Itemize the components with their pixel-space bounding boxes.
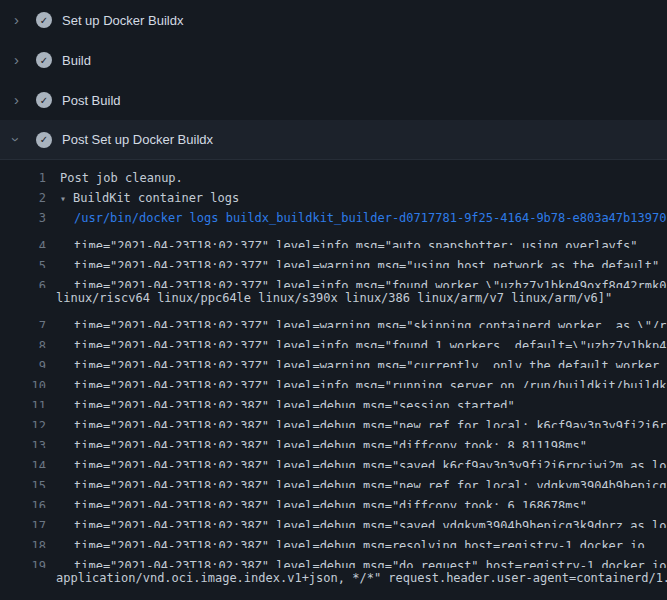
log-line: 5 ▾ time="2021-04-23T18:02:37Z" level=wa… [0, 248, 667, 268]
log-line: 13 ▾ time="2021-04-23T18:02:38Z" level=d… [0, 428, 667, 448]
check-circle-icon: ✓ [36, 92, 52, 108]
log-text: /usr/bin/docker logs buildx_buildkit_bui… [74, 208, 666, 228]
step-section-header[interactable]: › ✓ Build [0, 40, 667, 80]
line-number[interactable]: 20 [0, 596, 46, 600]
line-number[interactable]: 19 [0, 556, 46, 568]
section-label: Set up Docker Buildx [62, 13, 183, 28]
log-text: linux/riscv64 linux/ppc64le linux/s390x … [56, 288, 612, 308]
section-label: Post Build [62, 93, 121, 108]
line-number[interactable]: 3 [0, 208, 46, 228]
log-line: 17 ▾ time="2021-04-23T18:02:38Z" level=d… [0, 508, 667, 528]
line-number[interactable]: 4 [0, 236, 46, 248]
log-text: Post job cleanup. [60, 168, 183, 188]
log-line: 16 ▾ time="2021-04-23T18:02:38Z" level=d… [0, 488, 667, 508]
section-label: Build [62, 53, 91, 68]
log-text: time="2021-04-23T18:02:37Z" level=info m… [74, 276, 667, 288]
log-text: time="2021-04-23T18:02:37Z" level=warnin… [74, 316, 667, 328]
log-line: 2 ▾ BuildKit container logs [0, 188, 667, 208]
section-label: Post Set up Docker Buildx [62, 132, 213, 147]
log-line: 18 ▾ time="2021-04-23T18:02:38Z" level=d… [0, 528, 667, 548]
chevron-glyph: › [14, 92, 19, 107]
step-section-list: › ✓ Set up Docker Buildx › ✓ Build › ✓ P… [0, 0, 667, 160]
log-text: time="2021-04-23T18:02:37Z" level=warnin… [74, 356, 667, 368]
chevron-icon: › [14, 132, 36, 147]
chevron-glyph: › [14, 52, 19, 67]
log-line: 20 ▾ time="2021-04-23T18:02:38Z" level=d… [0, 588, 667, 600]
log-text: time="2021-04-23T18:02:38Z" level=debug … [74, 456, 667, 468]
step-section-header[interactable]: › ✓ Set up Docker Buildx [0, 0, 667, 40]
line-number[interactable]: 8 [0, 336, 46, 348]
line-number[interactable]: 2 [0, 188, 46, 208]
log-line: 7 ▾ time="2021-04-23T18:02:37Z" level=wa… [0, 308, 667, 328]
line-number[interactable]: 15 [0, 476, 46, 488]
log-text: time="2021-04-23T18:02:37Z" level=info m… [74, 376, 667, 388]
log-text: time="2021-04-23T18:02:38Z" level=debug … [74, 436, 587, 448]
log-text: time="2021-04-23T18:02:38Z" level=debug … [74, 536, 645, 548]
check-glyph: ✓ [40, 95, 48, 106]
check-glyph: ✓ [40, 134, 48, 145]
check-circle-icon: ✓ [36, 12, 52, 28]
log-text: time="2021-04-23T18:02:38Z" level=debug … [74, 516, 667, 528]
log-output: 1 ▾ Post job cleanup. 2 ▾ BuildKit conta… [0, 160, 667, 600]
log-line: 8 ▾ time="2021-04-23T18:02:37Z" level=in… [0, 328, 667, 348]
line-number[interactable]: 16 [0, 496, 46, 508]
chevron-icon: › [14, 53, 36, 68]
log-text: time="2021-04-23T18:02:37Z" level=info m… [74, 336, 667, 348]
line-number[interactable]: 18 [0, 536, 46, 548]
check-circle-icon: ✓ [36, 52, 52, 68]
log-line: 3 ▾ /usr/bin/docker logs buildx_buildkit… [0, 208, 667, 228]
log-text: application/vnd.oci.image.index.v1+json,… [56, 568, 667, 588]
log-line: 4 ▾ time="2021-04-23T18:02:37Z" level=in… [0, 228, 667, 248]
log-text: time="2021-04-23T18:02:38Z" level=debug … [74, 596, 667, 600]
log-text: time="2021-04-23T18:02:38Z" level=debug … [74, 556, 667, 568]
group-caret-icon[interactable]: ▾ [60, 189, 66, 208]
check-glyph: ✓ [40, 55, 48, 66]
log-line: 15 ▾ time="2021-04-23T18:02:38Z" level=d… [0, 468, 667, 488]
chevron-glyph: › [14, 12, 19, 27]
step-section-header[interactable]: › ✓ Post Build [0, 80, 667, 120]
log-line: 1 ▾ Post job cleanup. [0, 168, 667, 188]
line-number[interactable]: 17 [0, 516, 46, 528]
log-line: ▾ application/vnd.oci.image.index.v1+jso… [0, 568, 667, 588]
log-text: time="2021-04-23T18:02:37Z" level=info m… [74, 236, 638, 248]
log-text: time="2021-04-23T18:02:38Z" level=debug … [74, 396, 515, 408]
line-number[interactable]: 7 [0, 316, 46, 328]
log-line: 6 ▾ time="2021-04-23T18:02:37Z" level=in… [0, 268, 667, 288]
log-line: 14 ▾ time="2021-04-23T18:02:38Z" level=d… [0, 448, 667, 468]
check-circle-icon: ✓ [36, 132, 52, 148]
chevron-icon: › [14, 93, 36, 108]
log-line: ▾ linux/riscv64 linux/ppc64le linux/s390… [0, 288, 667, 308]
line-number[interactable]: 6 [0, 276, 46, 288]
chevron-icon: › [14, 13, 36, 28]
check-glyph: ✓ [40, 15, 48, 26]
step-section-header[interactable]: › ✓ Post Set up Docker Buildx [0, 120, 667, 160]
line-number[interactable]: 10 [0, 376, 46, 388]
line-number[interactable]: 12 [0, 416, 46, 428]
log-text: time="2021-04-23T18:02:37Z" level=warnin… [74, 256, 659, 268]
chevron-glyph: › [9, 137, 24, 142]
line-number[interactable]: 5 [0, 256, 46, 268]
log-line: 19 ▾ time="2021-04-23T18:02:38Z" level=d… [0, 548, 667, 568]
line-number[interactable]: 1 [0, 168, 46, 188]
log-line: 10 ▾ time="2021-04-23T18:02:37Z" level=i… [0, 368, 667, 388]
line-number[interactable]: 13 [0, 436, 46, 448]
log-line: 11 ▾ time="2021-04-23T18:02:38Z" level=d… [0, 388, 667, 408]
log-text: time="2021-04-23T18:02:38Z" level=debug … [74, 416, 667, 428]
log-text: time="2021-04-23T18:02:38Z" level=debug … [74, 476, 667, 488]
log-text: time="2021-04-23T18:02:38Z" level=debug … [74, 496, 587, 508]
log-text: BuildKit container logs [73, 188, 239, 208]
line-number[interactable]: 9 [0, 356, 46, 368]
line-number[interactable]: 11 [0, 396, 46, 408]
job-log-panel: › ✓ Set up Docker Buildx › ✓ Build › ✓ P… [0, 0, 667, 600]
log-line: 12 ▾ time="2021-04-23T18:02:38Z" level=d… [0, 408, 667, 428]
log-line: 9 ▾ time="2021-04-23T18:02:37Z" level=wa… [0, 348, 667, 368]
line-number[interactable]: 14 [0, 456, 46, 468]
